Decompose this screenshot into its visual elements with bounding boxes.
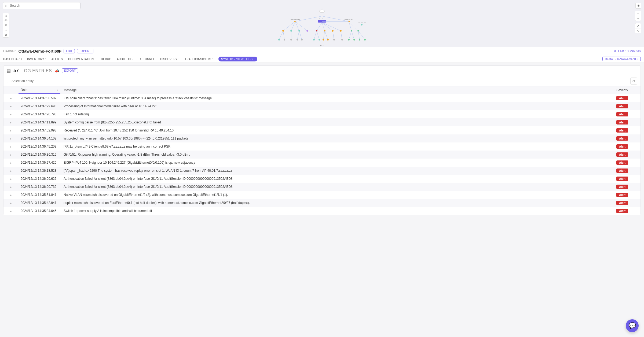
cell-message: Processing of Informational mode failed … <box>60 104 616 108</box>
svg-line-46 <box>317 31 319 40</box>
tab-dashboard[interactable]: DASHBOARD <box>3 57 22 61</box>
time-range-selector[interactable]: 🗓 Last 10 Minutes <box>613 49 641 53</box>
svg-point-48 <box>319 39 320 41</box>
tab-trafficinsights[interactable]: TRAFFICINSIGHTS› <box>185 57 213 61</box>
search-input[interactable] <box>3 2 80 9</box>
column-date[interactable]: Date ▾ <box>19 86 60 94</box>
svg-point-63 <box>359 39 360 41</box>
entries-label: LOG ENTRIES <box>21 68 52 73</box>
search-icon: ⌕ <box>5 4 7 8</box>
svg-point-52 <box>327 39 329 41</box>
table-row: ▸2024/12/13 14:36:45.208[PA]1x_ptsm.c:74… <box>3 142 641 151</box>
expand-row-icon[interactable]: ▸ <box>10 202 12 204</box>
svg-point-64 <box>364 39 366 41</box>
tab-tunnel[interactable]: 1TUNNEL <box>140 57 155 61</box>
severity-badge: Alert <box>616 144 628 149</box>
collapse-icon[interactable]: ⤡ <box>635 28 641 33</box>
table-header: Date ▾ Message Severity <box>3 86 641 94</box>
svg-point-47 <box>313 39 315 41</box>
eye-icon[interactable]: 👁 <box>3 18 9 23</box>
cell-message: Native VLAN mismatch discovered on Gigab… <box>60 193 616 197</box>
chevron-right-icon: › <box>638 57 638 60</box>
svg-line-26 <box>322 23 341 31</box>
expand-row-icon[interactable]: ▸ <box>10 113 12 116</box>
cell-date: 2024/12/13 14:36:45.208 <box>19 145 60 148</box>
expand-row-icon[interactable]: ▸ <box>10 153 12 156</box>
cell-message: Received (*, 224.0.1.40) Join from 10.48… <box>60 129 616 132</box>
cell-severity: Alert <box>616 169 641 173</box>
expand-icon[interactable]: ⤢ <box>635 23 641 28</box>
cell-severity: Alert <box>616 144 641 149</box>
tab-bar: DASHBOARD INVENTORY› ALERTS DOCUMENTATIO… <box>0 55 644 63</box>
expand-row-icon[interactable]: ▸ <box>10 145 12 148</box>
table-row: ▸2024/12/13 14:37:02.998Received (*, 224… <box>3 126 641 134</box>
svg-point-43 <box>297 39 298 41</box>
tab-debug[interactable]: DEBUG <box>101 57 111 61</box>
time-range-label: Last 10 Minutes <box>618 49 641 53</box>
expand-row-icon[interactable]: ▸ <box>10 186 12 188</box>
cell-severity: Alert <box>616 152 641 157</box>
cell-message: System config parse from (tftp://255.255… <box>60 120 616 124</box>
expand-row-icon[interactable]: ▸ <box>10 129 12 132</box>
zoom-out-icon[interactable]: − <box>635 16 641 21</box>
expand-row-icon[interactable]: ▸ <box>10 105 12 108</box>
entries-filter-row: ⌕ ⟳ <box>3 76 641 86</box>
recenter-icon[interactable]: ◈ <box>635 3 641 9</box>
svg-point-54 <box>333 39 335 41</box>
table-row: ▸2024/12/13 14:36:36.315Gi4/0/51: Rx pow… <box>3 151 641 159</box>
expand-row-icon[interactable]: ▸ <box>10 210 12 213</box>
cell-date: 2024/12/13 14:35:51.841 <box>19 193 60 197</box>
cell-date: 2024/12/13 14:36:00.732 <box>19 185 60 189</box>
expand-row-icon[interactable]: ▸ <box>10 97 12 100</box>
expand-row-icon[interactable]: ▸ <box>10 162 12 164</box>
expand-row-icon[interactable]: ▸ <box>10 137 12 140</box>
tab-documentation[interactable]: DOCUMENTATION› <box>68 57 96 61</box>
column-message[interactable]: Message <box>60 88 616 92</box>
cell-message: Authentication failed for client (3863.b… <box>60 185 616 189</box>
zoom-in-icon[interactable]: + <box>635 11 641 16</box>
panel-resize-handle[interactable]: ••• <box>320 44 324 47</box>
svg-line-55 <box>341 31 342 40</box>
svg-line-45 <box>314 31 317 40</box>
cell-message: IOS shim client 'chasfs' has taken 304 m… <box>60 96 616 100</box>
refresh-button[interactable]: ⟳ <box>630 78 637 85</box>
expand-row-icon[interactable]: ▸ <box>10 170 12 172</box>
cell-message: EIGRP-IPv4 100: Neighbor 10.104.249.227 … <box>60 161 616 164</box>
gear-icon[interactable]: ⚙ <box>3 32 9 37</box>
export-button[interactable]: EXPORT <box>77 49 93 53</box>
chevron-right-icon: › <box>45 58 46 60</box>
severity-badge: Alert <box>616 104 628 108</box>
cell-date: 2024/12/13 14:37:38.587 <box>19 96 60 100</box>
tab-inventory[interactable]: INVENTORY› <box>27 57 46 61</box>
svg-point-56 <box>341 39 343 41</box>
svg-line-57 <box>349 31 352 40</box>
svg-point-37 <box>278 39 280 41</box>
tab-alerts[interactable]: ALERTS <box>52 57 63 61</box>
table-row: ▸2024/12/13 14:35:34.046Switch 1: power … <box>3 207 641 215</box>
expand-row-icon[interactable]: ▸ <box>10 121 12 124</box>
download-icon[interactable]: ⤓ <box>3 28 9 32</box>
shuffle-icon[interactable]: ⤭ <box>3 13 9 18</box>
entries-count: 57 <box>13 68 19 74</box>
severity-badge: Alert <box>616 120 628 124</box>
column-severity[interactable]: Severity <box>616 88 641 92</box>
entries-export-button[interactable]: EXPORT <box>62 68 78 73</box>
topology-graph[interactable]: auvik Auvik-Demo-Site A Ottawa-Demo... O… <box>268 8 376 46</box>
svg-line-41 <box>297 31 299 40</box>
tab-syslog[interactable]: SYSLOG - VIEW LOGS› <box>218 57 257 61</box>
expand-row-icon[interactable]: ▸ <box>10 178 12 180</box>
tab-discovery[interactable]: DISCOVERY› <box>160 57 179 61</box>
cell-severity: Alert <box>616 193 641 197</box>
filter-icon[interactable]: ▽ <box>3 23 9 28</box>
expand-row-icon[interactable]: ▸ <box>10 194 12 196</box>
chevron-right-icon: › <box>95 58 96 60</box>
cell-date: 2024/12/13 14:36:09.626 <box>19 177 60 181</box>
svg-point-60 <box>353 39 355 41</box>
remote-management-button[interactable]: REMOTE MANAGEMENT› <box>602 57 641 61</box>
entity-filter-input[interactable] <box>7 78 628 84</box>
edit-button[interactable]: EDIT <box>64 49 75 53</box>
severity-badge: Alert <box>616 136 628 141</box>
cell-date: 2024/12/13 14:35:34.046 <box>19 209 60 213</box>
svg-line-24 <box>322 23 325 31</box>
tab-audit-log[interactable]: AUDIT LOG› <box>117 57 134 61</box>
